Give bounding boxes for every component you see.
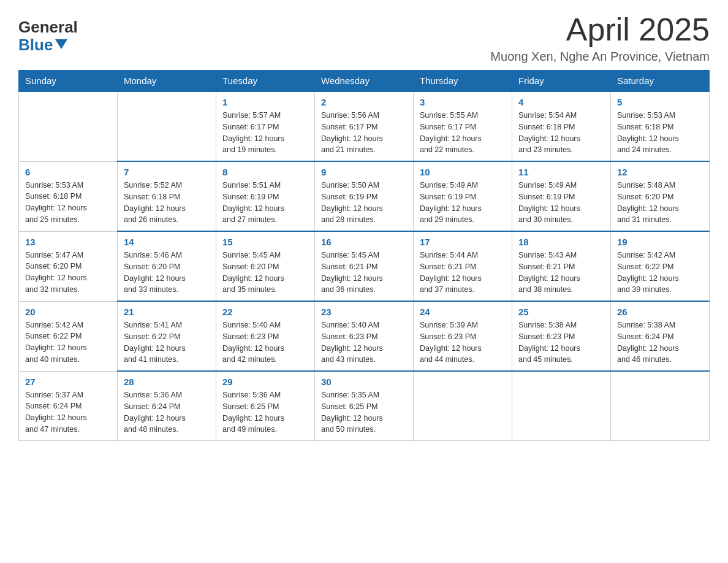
day-number: 30 bbox=[321, 377, 407, 387]
weekday-header-wednesday: Wednesday bbox=[315, 71, 414, 92]
day-info: Sunrise: 5:35 AM Sunset: 6:25 PM Dayligh… bbox=[321, 389, 407, 435]
calendar-cell: 5Sunrise: 5:53 AM Sunset: 6:18 PM Daylig… bbox=[611, 91, 710, 161]
day-number: 16 bbox=[321, 237, 407, 247]
day-info: Sunrise: 5:40 AM Sunset: 6:23 PM Dayligh… bbox=[222, 320, 308, 366]
day-number: 19 bbox=[617, 237, 703, 247]
calendar-cell: 19Sunrise: 5:42 AM Sunset: 6:22 PM Dayli… bbox=[611, 231, 710, 301]
weekday-header-thursday: Thursday bbox=[414, 71, 512, 92]
calendar-cell bbox=[118, 91, 216, 161]
month-title: April 2025 bbox=[490, 12, 710, 47]
day-number: 23 bbox=[321, 307, 407, 317]
day-number: 21 bbox=[124, 307, 210, 317]
calendar-cell bbox=[414, 371, 512, 441]
calendar-cell: 4Sunrise: 5:54 AM Sunset: 6:18 PM Daylig… bbox=[512, 91, 611, 161]
calendar-cell bbox=[611, 371, 710, 441]
logo-general-text: General bbox=[18, 18, 78, 36]
day-number: 15 bbox=[222, 237, 308, 247]
calendar-cell: 18Sunrise: 5:43 AM Sunset: 6:21 PM Dayli… bbox=[512, 231, 611, 301]
day-info: Sunrise: 5:48 AM Sunset: 6:20 PM Dayligh… bbox=[617, 180, 703, 226]
calendar-cell: 16Sunrise: 5:45 AM Sunset: 6:21 PM Dayli… bbox=[315, 231, 414, 301]
day-number: 11 bbox=[518, 167, 604, 177]
calendar-cell bbox=[512, 371, 611, 441]
day-number: 7 bbox=[124, 167, 210, 177]
day-number: 10 bbox=[420, 167, 506, 177]
calendar-cell: 24Sunrise: 5:39 AM Sunset: 6:23 PM Dayli… bbox=[414, 301, 512, 371]
day-info: Sunrise: 5:50 AM Sunset: 6:19 PM Dayligh… bbox=[321, 180, 407, 226]
calendar-cell: 28Sunrise: 5:36 AM Sunset: 6:24 PM Dayli… bbox=[118, 371, 216, 441]
calendar-cell: 8Sunrise: 5:51 AM Sunset: 6:19 PM Daylig… bbox=[216, 161, 315, 231]
day-info: Sunrise: 5:52 AM Sunset: 6:18 PM Dayligh… bbox=[124, 180, 210, 226]
day-info: Sunrise: 5:36 AM Sunset: 6:25 PM Dayligh… bbox=[222, 389, 308, 435]
day-info: Sunrise: 5:38 AM Sunset: 6:23 PM Dayligh… bbox=[518, 320, 604, 366]
calendar-cell: 29Sunrise: 5:36 AM Sunset: 6:25 PM Dayli… bbox=[216, 371, 315, 441]
day-number: 14 bbox=[124, 237, 210, 247]
calendar-week-row: 13Sunrise: 5:47 AM Sunset: 6:20 PM Dayli… bbox=[19, 231, 710, 301]
calendar-table: SundayMondayTuesdayWednesdayThursdayFrid… bbox=[18, 70, 710, 441]
day-info: Sunrise: 5:41 AM Sunset: 6:22 PM Dayligh… bbox=[124, 320, 210, 366]
calendar-cell: 25Sunrise: 5:38 AM Sunset: 6:23 PM Dayli… bbox=[512, 301, 611, 371]
weekday-header-monday: Monday bbox=[118, 71, 216, 92]
day-number: 8 bbox=[222, 167, 308, 177]
header: General Blue April 2025 Muong Xen, Nghe … bbox=[18, 12, 710, 64]
logo: General Blue bbox=[18, 18, 78, 53]
calendar-cell: 3Sunrise: 5:55 AM Sunset: 6:17 PM Daylig… bbox=[414, 91, 512, 161]
calendar-cell: 12Sunrise: 5:48 AM Sunset: 6:20 PM Dayli… bbox=[611, 161, 710, 231]
day-info: Sunrise: 5:54 AM Sunset: 6:18 PM Dayligh… bbox=[518, 110, 604, 156]
calendar-cell: 26Sunrise: 5:38 AM Sunset: 6:24 PM Dayli… bbox=[611, 301, 710, 371]
day-number: 22 bbox=[222, 307, 308, 317]
day-info: Sunrise: 5:49 AM Sunset: 6:19 PM Dayligh… bbox=[420, 180, 506, 226]
day-number: 17 bbox=[420, 237, 506, 247]
calendar-cell: 20Sunrise: 5:42 AM Sunset: 6:22 PM Dayli… bbox=[19, 301, 118, 371]
day-info: Sunrise: 5:40 AM Sunset: 6:23 PM Dayligh… bbox=[321, 320, 407, 366]
calendar-cell bbox=[19, 91, 118, 161]
day-info: Sunrise: 5:57 AM Sunset: 6:17 PM Dayligh… bbox=[222, 110, 308, 156]
day-info: Sunrise: 5:38 AM Sunset: 6:24 PM Dayligh… bbox=[617, 320, 703, 366]
day-info: Sunrise: 5:46 AM Sunset: 6:20 PM Dayligh… bbox=[124, 250, 210, 296]
day-number: 28 bbox=[124, 377, 210, 387]
day-info: Sunrise: 5:53 AM Sunset: 6:18 PM Dayligh… bbox=[617, 110, 703, 156]
weekday-header-friday: Friday bbox=[512, 71, 611, 92]
day-number: 27 bbox=[25, 377, 111, 387]
calendar-cell: 11Sunrise: 5:49 AM Sunset: 6:19 PM Dayli… bbox=[512, 161, 611, 231]
day-number: 5 bbox=[617, 97, 703, 107]
calendar-week-row: 27Sunrise: 5:37 AM Sunset: 6:24 PM Dayli… bbox=[19, 371, 710, 441]
day-info: Sunrise: 5:47 AM Sunset: 6:20 PM Dayligh… bbox=[25, 250, 111, 296]
day-number: 2 bbox=[321, 97, 407, 107]
day-number: 3 bbox=[420, 97, 506, 107]
calendar-cell: 27Sunrise: 5:37 AM Sunset: 6:24 PM Dayli… bbox=[19, 371, 118, 441]
calendar-cell: 15Sunrise: 5:45 AM Sunset: 6:20 PM Dayli… bbox=[216, 231, 315, 301]
calendar-cell: 1Sunrise: 5:57 AM Sunset: 6:17 PM Daylig… bbox=[216, 91, 315, 161]
calendar-cell: 17Sunrise: 5:44 AM Sunset: 6:21 PM Dayli… bbox=[414, 231, 512, 301]
weekday-header-sunday: Sunday bbox=[19, 71, 118, 92]
day-info: Sunrise: 5:51 AM Sunset: 6:19 PM Dayligh… bbox=[222, 180, 308, 226]
calendar-week-row: 6Sunrise: 5:53 AM Sunset: 6:18 PM Daylig… bbox=[19, 161, 710, 231]
logo-triangle-icon bbox=[55, 39, 67, 49]
day-info: Sunrise: 5:36 AM Sunset: 6:24 PM Dayligh… bbox=[124, 389, 210, 435]
day-info: Sunrise: 5:45 AM Sunset: 6:20 PM Dayligh… bbox=[222, 250, 308, 296]
day-number: 29 bbox=[222, 377, 308, 387]
day-number: 25 bbox=[518, 307, 604, 317]
logo-blue-text: Blue bbox=[18, 36, 67, 54]
location-subtitle: Muong Xen, Nghe An Province, Vietnam bbox=[490, 50, 710, 64]
day-info: Sunrise: 5:53 AM Sunset: 6:18 PM Dayligh… bbox=[25, 180, 111, 226]
day-info: Sunrise: 5:42 AM Sunset: 6:22 PM Dayligh… bbox=[617, 250, 703, 296]
day-info: Sunrise: 5:56 AM Sunset: 6:17 PM Dayligh… bbox=[321, 110, 407, 156]
day-info: Sunrise: 5:49 AM Sunset: 6:19 PM Dayligh… bbox=[518, 180, 604, 226]
calendar-cell: 21Sunrise: 5:41 AM Sunset: 6:22 PM Dayli… bbox=[118, 301, 216, 371]
calendar-cell: 23Sunrise: 5:40 AM Sunset: 6:23 PM Dayli… bbox=[315, 301, 414, 371]
weekday-header-saturday: Saturday bbox=[611, 71, 710, 92]
day-info: Sunrise: 5:44 AM Sunset: 6:21 PM Dayligh… bbox=[420, 250, 506, 296]
day-info: Sunrise: 5:45 AM Sunset: 6:21 PM Dayligh… bbox=[321, 250, 407, 296]
calendar-cell: 2Sunrise: 5:56 AM Sunset: 6:17 PM Daylig… bbox=[315, 91, 414, 161]
calendar-cell: 7Sunrise: 5:52 AM Sunset: 6:18 PM Daylig… bbox=[118, 161, 216, 231]
day-number: 20 bbox=[25, 307, 111, 317]
calendar-cell: 10Sunrise: 5:49 AM Sunset: 6:19 PM Dayli… bbox=[414, 161, 512, 231]
day-info: Sunrise: 5:43 AM Sunset: 6:21 PM Dayligh… bbox=[518, 250, 604, 296]
day-info: Sunrise: 5:39 AM Sunset: 6:23 PM Dayligh… bbox=[420, 320, 506, 366]
day-number: 13 bbox=[25, 237, 111, 247]
calendar-cell: 30Sunrise: 5:35 AM Sunset: 6:25 PM Dayli… bbox=[315, 371, 414, 441]
day-number: 26 bbox=[617, 307, 703, 317]
calendar-cell: 6Sunrise: 5:53 AM Sunset: 6:18 PM Daylig… bbox=[19, 161, 118, 231]
day-number: 24 bbox=[420, 307, 506, 317]
calendar-week-row: 20Sunrise: 5:42 AM Sunset: 6:22 PM Dayli… bbox=[19, 301, 710, 371]
